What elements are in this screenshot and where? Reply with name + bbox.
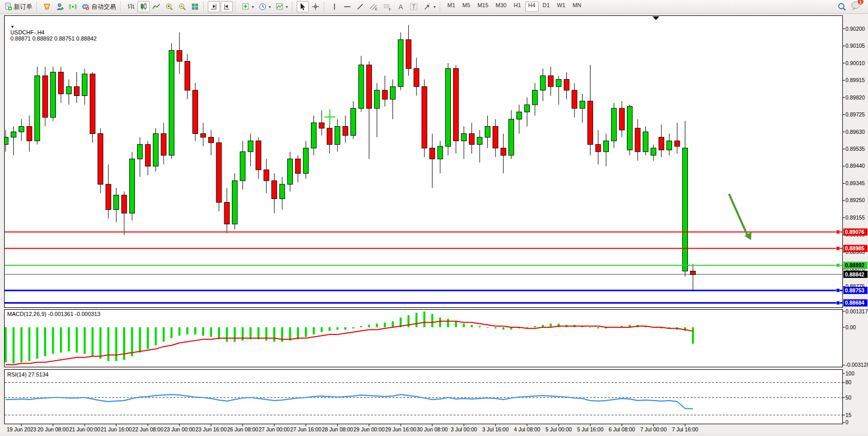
candle-body [398,39,403,87]
candle-body [390,87,396,100]
chart-title-bar[interactable]: ▼ USDCHF-,H4 0.88871 0.88892 0.88751 0.8… [7,17,96,42]
candle-body [619,108,624,130]
candle-body [161,134,166,155]
macd-histogram-bar [60,327,62,352]
time-axis-label[interactable]: 19 Jun 2023 [7,426,36,432]
macd-histogram-bar [526,327,528,328]
macd-histogram-bar [249,327,251,340]
price-level-label: 0.88842 [845,271,864,278]
time-axis-label[interactable]: 7 Jul 16:00 [672,426,699,432]
macd-histogram-bar [68,327,70,351]
time-axis-label[interactable]: 7 Jul 00:00 [640,426,667,432]
candle-body [540,76,545,90]
time-axis-label[interactable]: 28 Jun 08:00 [322,426,353,432]
candle-body [248,141,253,152]
time-axis-label[interactable]: 21 Jun 16:00 [101,426,132,432]
candle-body [224,202,229,224]
candle-body [177,50,182,61]
candle-body [366,65,371,109]
macd-histogram-bar [131,327,133,356]
candle-body [98,134,103,185]
price-axis-label: 0.89725 [845,111,865,117]
macd-histogram-bar [534,326,536,327]
price-axis-label: 0.89155 [845,214,865,221]
time-axis-label[interactable]: 5 Jul 00:00 [545,426,572,432]
price-axis-label: 0.90010 [845,60,865,66]
candle-body [287,159,292,184]
price-axis-label: 0.89535 [845,146,865,152]
macd-histogram-bar [416,313,418,327]
time-axis-label[interactable]: 22 Jun 08:00 [132,426,164,432]
time-axis-label[interactable]: 23 Jun 00:00 [164,426,195,432]
candle-body [430,148,435,159]
time-axis-label[interactable]: 29 Jun 00:00 [353,426,385,432]
candle-body [3,137,8,145]
rsi-axis-label: 50 [845,394,852,401]
candle-body [19,126,24,132]
macd-histogram-bar [297,327,299,340]
macd-histogram-bar [305,327,307,337]
time-axis-label[interactable]: 3 Jul 00:00 [451,426,478,432]
rsi-axis-label: 15 [845,412,852,418]
price-level-label: 0.89076 [845,229,864,235]
price-axis-label: 0.89915 [845,77,865,83]
time-axis-label[interactable]: 27 Jun 00:00 [259,426,290,432]
time-axis-label[interactable]: 30 Jun 08:00 [417,426,448,432]
chart-canvas[interactable]: 0.902000.901050.900100.899150.898200.897… [0,0,868,436]
time-axis-label[interactable]: 29 Jun 16:00 [385,426,417,432]
price-axis-label: 0.89630 [845,129,865,135]
macd-histogram-bar [486,327,488,328]
time-axis-label[interactable]: 3 Jul 16:00 [482,426,509,432]
macd-histogram-bar [392,321,394,327]
candle-body [153,134,159,166]
time-axis-label[interactable]: 5 Jul 16:00 [577,426,604,432]
macd-histogram-bar [44,327,46,356]
macd-histogram-bar [258,327,260,340]
time-axis-label[interactable]: 21 Jun 00:00 [69,426,101,432]
macd-histogram-bar [139,327,141,352]
line-handle[interactable] [836,264,840,267]
candle-body [572,90,577,108]
macd-axis-label: 0.001317 [845,308,868,314]
candle-body [66,87,71,94]
macd-histogram-bar [210,327,212,337]
candle-body [406,39,411,68]
time-axis-label[interactable]: 27 Jun 16:00 [290,426,322,432]
candle-body [193,90,198,134]
macd-histogram-bar [289,327,291,341]
macd-histogram-bar [84,327,86,354]
rsi-indicator-label: RSI(14) 27.5134 [7,371,49,378]
macd-histogram-bar [376,324,378,327]
time-axis-label[interactable]: 23 Jun 16:00 [195,426,227,432]
candle-body [169,50,174,155]
rsi-axis-label: 0 [845,419,849,425]
macd-histogram-bar [36,327,38,359]
macd-indicator-label: MACD(12,26,9) -0.001361 -0.000313 [7,311,101,317]
price-level-label: 0.88892 [845,262,864,268]
line-handle[interactable] [836,301,840,305]
price-level-label: 0.88684 [845,300,864,306]
time-axis-label[interactable]: 4 Jul 08:00 [514,426,541,432]
candle-body [280,184,285,199]
macd-axis-label: -0.003128 [845,362,868,368]
chart-dropdown-icon[interactable]: ▼ [10,25,14,29]
macd-histogram-bar [234,327,236,342]
candle-body [675,141,680,147]
candle-body [58,72,64,94]
candle-body [208,137,213,143]
line-handle[interactable] [836,247,840,250]
candle-body [556,80,561,87]
time-axis-label[interactable]: 26 Jun 08:00 [227,426,259,432]
macd-histogram-bar [186,327,188,334]
time-axis-label[interactable]: 6 Jul 08:00 [609,426,636,432]
time-axis-label[interactable]: 20 Jun 08:00 [37,426,69,432]
macd-histogram-bar [471,325,473,327]
line-handle[interactable] [836,230,840,234]
candle-body [603,141,608,152]
rsi-pane[interactable] [5,370,843,424]
candle-body [232,181,238,224]
line-handle[interactable] [836,289,840,292]
macd-histogram-bar [455,321,457,327]
candle-body [682,148,687,271]
macd-histogram-bar [107,327,109,361]
